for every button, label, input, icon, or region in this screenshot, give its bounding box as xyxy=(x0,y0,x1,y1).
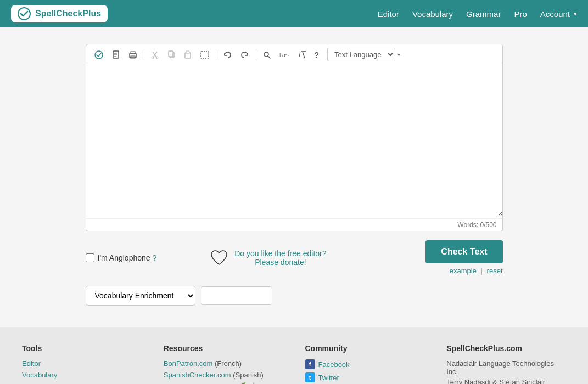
footer-company-name: Nadaclair Language Technologies Inc. xyxy=(446,359,566,376)
file-icon xyxy=(112,50,120,59)
svg-rect-14 xyxy=(169,51,173,57)
svg-text:I: I xyxy=(299,51,301,59)
toolbar-help-btn[interactable]: ? xyxy=(311,48,323,61)
toolbar-paste-btn[interactable] xyxy=(180,48,195,61)
footer-bonpatron-link[interactable]: BonPatron.com (French) xyxy=(164,359,283,368)
checkmark-icon xyxy=(94,50,103,59)
donate-text: Do you like the free editor? Please dona… xyxy=(234,249,326,267)
toolbar-print-btn[interactable] xyxy=(125,49,141,61)
chevron-down-icon: ▾ xyxy=(574,10,577,18)
svg-rect-17 xyxy=(201,52,209,58)
footer-spanishchecker-link[interactable]: SpanishChecker.com (Spanish) xyxy=(164,371,283,379)
editor-container: t a → I ? Text Language English Fren xyxy=(86,44,503,231)
below-editor-row: I'm Anglophone ? Do you like the free ed… xyxy=(86,240,503,275)
main-content: t a → I ? Text Language English Fren xyxy=(75,44,514,306)
copy-icon xyxy=(167,50,175,59)
example-link[interactable]: example xyxy=(450,267,479,275)
nav-links: Editor Vocabulary Grammar Pro Account ▾ xyxy=(378,9,577,19)
toolbar-redo-btn[interactable] xyxy=(237,49,253,61)
toolbar-undo-btn[interactable] xyxy=(219,49,236,61)
donate-area: Do you like the free editor? Please dona… xyxy=(209,249,379,267)
check-links: example | reset xyxy=(390,267,503,275)
question-icon: ? xyxy=(315,50,320,59)
donate-line2-link[interactable]: Please donate! xyxy=(234,258,326,267)
link-separator: | xyxy=(481,267,483,275)
svg-rect-16 xyxy=(186,51,189,54)
svg-line-25 xyxy=(303,52,305,58)
footer-twitter-link[interactable]: t Twitter xyxy=(305,372,425,382)
anglophone-area: I'm Anglophone ? xyxy=(86,253,199,262)
footer-community: Community f Facebook t Twitter xyxy=(305,344,425,384)
site-footer: Tools Editor Vocabulary Resources BonPat… xyxy=(0,327,588,384)
brand-logo[interactable]: SpellCheckPlus xyxy=(11,5,108,22)
toolbar-sep-2 xyxy=(216,49,216,60)
toolbar-search-btn[interactable] xyxy=(259,49,275,61)
toolbar-sep-3 xyxy=(256,49,256,60)
lang-dropdown-arrow: ▾ xyxy=(397,52,400,58)
svg-point-0 xyxy=(18,8,30,20)
svg-text:t: t xyxy=(279,52,281,58)
svg-text:→: → xyxy=(287,53,289,58)
undo-icon xyxy=(223,51,232,59)
footer-tools: Tools Editor Vocabulary xyxy=(22,344,142,384)
footer-editor-link[interactable]: Editor xyxy=(22,359,142,368)
brand-name-text: SpellCheckPlus xyxy=(35,9,101,19)
facebook-icon: f xyxy=(305,359,315,369)
toolbar-cut-btn[interactable] xyxy=(147,48,163,61)
anglophone-help-link[interactable]: ? xyxy=(152,253,156,262)
paste-icon xyxy=(184,50,192,59)
redo-icon xyxy=(240,51,249,59)
search-icon xyxy=(263,51,271,59)
toolbar-spellcheck-btn[interactable] xyxy=(91,48,107,61)
vocab-input[interactable] xyxy=(201,286,272,305)
nav-account[interactable]: Account ▾ xyxy=(540,9,577,19)
heart-icon xyxy=(209,249,229,267)
twitter-icon: t xyxy=(305,372,315,382)
toolbar-copy-btn[interactable] xyxy=(164,48,179,61)
brand-check-icon xyxy=(18,7,31,20)
toolbar-translate-btn[interactable]: t a → xyxy=(276,49,293,61)
language-select[interactable]: Text Language English French Spanish xyxy=(327,48,395,61)
editor-toolbar: t a → I ? Text Language English Fren xyxy=(86,44,502,65)
anglophone-label[interactable]: I'm Anglophone ? xyxy=(98,253,157,262)
editor-word-count: Words: 0/500 xyxy=(86,218,502,231)
check-text-button[interactable]: Check Text xyxy=(425,240,502,263)
reset-link[interactable]: reset xyxy=(487,267,503,275)
toolbar-clearformat-btn[interactable]: I xyxy=(294,48,310,61)
footer-vocabulary-link[interactable]: Vocabulary xyxy=(22,371,142,379)
footer-resources: Resources BonPatron.com (French) Spanish… xyxy=(164,344,283,384)
footer-resources-heading: Resources xyxy=(164,344,283,353)
check-button-area: Check Text example | reset xyxy=(390,240,503,275)
nav-pro[interactable]: Pro xyxy=(514,9,527,19)
toolbar-new-btn[interactable] xyxy=(108,48,124,61)
footer-about-heading: SpellCheckPlus.com xyxy=(446,344,566,353)
print-icon xyxy=(128,51,137,59)
donate-line1-link[interactable]: Do you like the free editor? xyxy=(234,249,326,258)
nav-vocabulary[interactable]: Vocabulary xyxy=(412,9,453,19)
svg-point-1 xyxy=(95,51,103,59)
text-editor[interactable] xyxy=(86,65,502,217)
footer-facebook-link[interactable]: f Facebook xyxy=(305,359,425,369)
vocabulary-select[interactable]: Vocabulary Enrichment Basic Intermediate… xyxy=(86,286,195,306)
nav-grammar[interactable]: Grammar xyxy=(466,9,501,19)
selectall-icon xyxy=(200,51,209,59)
nav-editor[interactable]: Editor xyxy=(378,9,399,19)
footer-about: SpellCheckPlus.com Nadaclair Language Te… xyxy=(446,344,566,384)
cut-icon xyxy=(151,50,159,59)
translate-icon: t a → xyxy=(279,51,289,59)
navbar: SpellCheckPlus Editor Vocabulary Grammar… xyxy=(0,0,588,27)
vocab-row: Vocabulary Enrichment Basic Intermediate… xyxy=(86,286,503,306)
footer-community-heading: Community xyxy=(305,344,425,353)
anglophone-checkbox[interactable] xyxy=(86,253,94,262)
svg-line-19 xyxy=(268,56,270,58)
toolbar-sep-1 xyxy=(144,49,144,60)
footer-founders: Terry Nadasdi & Stéfan Sinclair xyxy=(446,378,566,384)
clearformat-icon: I xyxy=(298,50,306,59)
footer-tools-heading: Tools xyxy=(22,344,142,353)
toolbar-selectall-btn[interactable] xyxy=(197,49,213,61)
